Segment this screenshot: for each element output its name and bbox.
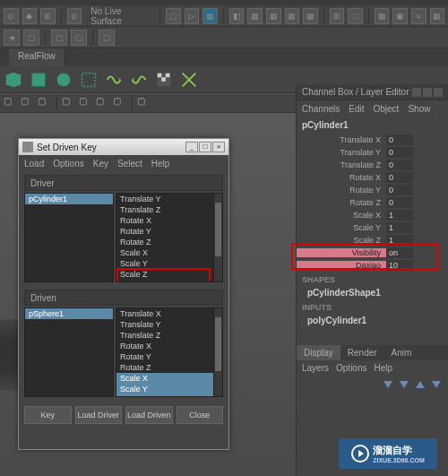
menu-channels[interactable]: Channels: [302, 104, 340, 114]
menu-load[interactable]: Load: [24, 159, 44, 169]
attr-label[interactable]: Rotate Z: [297, 198, 386, 207]
magnet-icon[interactable]: ⊙: [4, 8, 19, 24]
attr-value[interactable]: 0: [386, 134, 413, 145]
attr-label[interactable]: Rotate Y: [297, 186, 386, 195]
list-item[interactable]: Scale X: [116, 247, 222, 258]
list-item[interactable]: Rotate Z: [116, 362, 222, 373]
attr-value[interactable]: 0: [386, 147, 413, 158]
load-driver-button[interactable]: Load Driver: [75, 406, 123, 424]
layer-icon-4[interactable]: [430, 379, 443, 390]
menu-key[interactable]: Key: [93, 159, 108, 169]
driven-attr-list[interactable]: Translate X Translate Y Translate Z Rota…: [116, 307, 223, 397]
attr-value[interactable]: 0: [386, 197, 413, 208]
attr-label[interactable]: Translate Z: [297, 160, 386, 169]
t11-icon[interactable]: ▦: [375, 8, 390, 24]
menu-edit[interactable]: Edit: [349, 104, 364, 114]
key-button[interactable]: Key: [24, 406, 72, 424]
list-item[interactable]: Rotate X: [116, 341, 222, 351]
layer-icon-2[interactable]: [398, 379, 410, 390]
list-item[interactable]: Translate X: [116, 308, 222, 319]
list-item[interactable]: Rotate Z: [116, 237, 222, 247]
s4-icon[interactable]: ▢: [71, 30, 87, 46]
shelf-icon-4[interactable]: [77, 68, 100, 91]
attr-label[interactable]: Scale Y: [297, 223, 386, 232]
menu-help[interactable]: Help: [374, 363, 392, 373]
menu-show[interactable]: Show: [408, 104, 430, 114]
attr-label[interactable]: Rotate X: [297, 173, 386, 182]
maximize-button[interactable]: □: [199, 142, 211, 152]
list-item[interactable]: Scale Z: [116, 394, 222, 397]
panel-icon-1[interactable]: [412, 88, 421, 97]
attr-value[interactable]: 0: [386, 185, 413, 195]
list-item[interactable]: Translate Y: [116, 194, 222, 204]
driver-object-list[interactable]: pCylinder1: [24, 193, 114, 282]
tab-display[interactable]: Display: [297, 345, 340, 360]
attr-label[interactable]: Translate X: [297, 135, 386, 144]
load-driven-button[interactable]: Load Driven: [125, 406, 173, 424]
layer-icon-3[interactable]: [414, 379, 426, 390]
panel-close-icon[interactable]: [434, 88, 443, 97]
driven-section-head[interactable]: Driven: [24, 290, 223, 306]
t8-icon[interactable]: ▦: [303, 8, 318, 24]
snap-icon[interactable]: ◆: [22, 8, 38, 24]
shelf-icon-6[interactable]: [127, 68, 151, 91]
s2-icon[interactable]: ▢: [23, 30, 39, 46]
shelf-icon-2[interactable]: [27, 68, 50, 91]
t9-icon[interactable]: ⊞: [330, 8, 345, 24]
shape-node[interactable]: pCylinderShape1: [297, 286, 448, 299]
vt3-icon[interactable]: ▢: [38, 96, 52, 110]
list-item[interactable]: Rotate X: [116, 215, 222, 226]
vt7-icon[interactable]: ▢: [113, 96, 127, 110]
t1-icon[interactable]: ▢: [166, 8, 181, 24]
t14-icon[interactable]: ▦: [430, 8, 445, 24]
t12-icon[interactable]: ▣: [392, 8, 408, 24]
attr-label[interactable]: Translate Y: [297, 148, 386, 157]
vt1-icon[interactable]: ▢: [4, 96, 18, 110]
attr-value[interactable]: 0: [386, 172, 413, 183]
attr-value[interactable]: 1: [386, 222, 413, 233]
list-item[interactable]: Scale Y: [116, 384, 222, 394]
tab-anim[interactable]: Anim: [384, 345, 419, 360]
menu-options[interactable]: Options: [53, 159, 83, 169]
vt2-icon[interactable]: ▢: [21, 96, 35, 110]
t5-icon[interactable]: ▦: [247, 8, 263, 24]
panel-icon-2[interactable]: [423, 88, 432, 97]
tab-realflow[interactable]: RealFlow: [9, 48, 65, 66]
scrollbar[interactable]: [213, 308, 222, 396]
list-item[interactable]: Translate Z: [116, 330, 222, 341]
tab-render[interactable]: Render: [340, 345, 384, 360]
no-icon[interactable]: ⊘: [67, 8, 82, 24]
list-item[interactable]: Translate Z: [116, 204, 222, 215]
menu-help[interactable]: Help: [151, 159, 170, 169]
list-item[interactable]: Scale X: [116, 373, 222, 384]
menu-layers[interactable]: Layers: [302, 363, 329, 373]
layer-icon-1[interactable]: [382, 379, 394, 390]
close-dialog-button[interactable]: Close: [177, 406, 224, 424]
driver-section-head[interactable]: Driver: [24, 175, 223, 191]
t10-icon[interactable]: □: [348, 8, 363, 24]
minimize-button[interactable]: _: [185, 142, 198, 152]
shelf-icon-1[interactable]: [2, 68, 25, 91]
list-item[interactable]: pSphere1: [25, 308, 113, 319]
scrollbar[interactable]: [213, 194, 222, 281]
attr-value[interactable]: 0: [386, 160, 413, 170]
shelf-icon-8[interactable]: [177, 68, 201, 91]
driver-attr-list[interactable]: Translate Y Translate Z Rotate X Rotate …: [116, 193, 223, 282]
grid-icon[interactable]: ⊞: [40, 8, 56, 24]
menu-options[interactable]: Options: [336, 363, 366, 373]
vt4-icon[interactable]: ▢: [62, 96, 76, 110]
attr-value[interactable]: 1: [386, 210, 413, 221]
shelf-icon-5[interactable]: [102, 68, 125, 91]
s3-icon[interactable]: ▢: [51, 30, 67, 46]
t6-icon[interactable]: ▦: [266, 8, 281, 24]
attr-label[interactable]: Scale X: [297, 211, 386, 220]
list-item[interactable]: Rotate Y: [116, 226, 222, 237]
list-item[interactable]: pCylinder1: [25, 194, 113, 204]
list-item[interactable]: Rotate Y: [116, 351, 222, 362]
dialog-titlebar[interactable]: Set Driven Key _ □ ×: [19, 139, 228, 155]
t4-icon[interactable]: ◧: [229, 8, 245, 24]
close-button[interactable]: ×: [212, 142, 225, 152]
list-item[interactable]: Translate Y: [116, 319, 222, 330]
object-name[interactable]: pCylinder1: [297, 117, 448, 134]
t7-icon[interactable]: ▦: [285, 8, 300, 24]
